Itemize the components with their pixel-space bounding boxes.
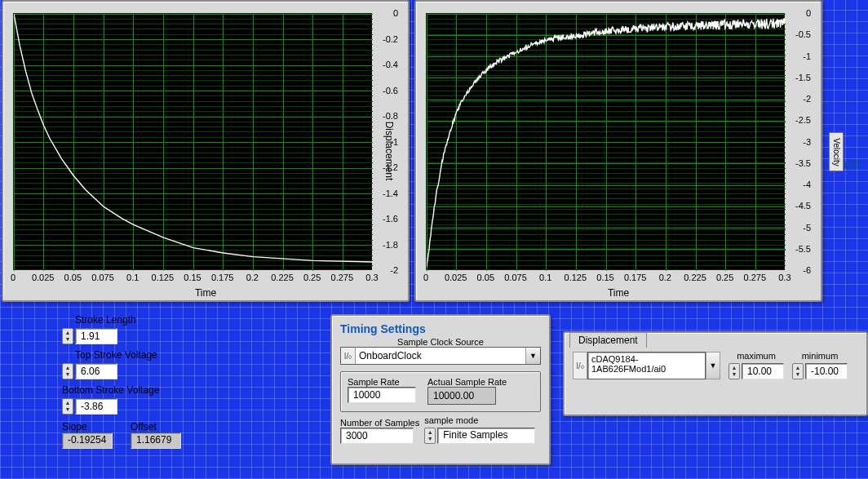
top-stroke-voltage-spinner[interactable]: ▲▼ — [62, 363, 73, 379]
actual-sample-rate-indicator: 10000.00 — [427, 387, 496, 405]
clipped-text: d D — [844, 159, 860, 171]
velocity-y-label: Velocity — [832, 138, 841, 166]
sample-clock-source-input[interactable] — [356, 348, 525, 363]
stroke-length-control: ▲▼ — [62, 328, 117, 344]
velocity-graph-panel: -6-5.5-5-4.5-4-3.5-3-2.5-2-1.5-1-0.50 00… — [414, 0, 822, 302]
displacement-plot[interactable] — [13, 13, 372, 270]
stroke-length-label: Stroke Length — [75, 314, 181, 326]
channel-settings-panel: Displacement I/₀ cDAQ9184-1AB626FMod1/ai… — [563, 331, 868, 416]
velocity-plot[interactable] — [426, 13, 785, 270]
top-stroke-voltage-label: Top Stroke Voltage — [75, 349, 181, 361]
displacement-x-label: Time — [3, 287, 408, 299]
chevron-down-icon[interactable]: ▼ — [706, 352, 720, 379]
sample-clock-source-combo[interactable]: I/₀ ▼ — [340, 347, 541, 365]
chevron-down-icon[interactable]: ▼ — [525, 348, 540, 364]
number-of-samples-label: Number of Samples — [340, 418, 419, 428]
velocity-legend-box: Velocity — [829, 132, 844, 171]
minimum-spinner[interactable]: ▲▼ — [792, 363, 804, 379]
bottom-stroke-voltage-label: Bottom Stroke Voltage — [62, 384, 181, 396]
top-stroke-voltage-input[interactable] — [75, 363, 117, 379]
offset-label: Offset — [131, 421, 181, 432]
sample-rate-input[interactable] — [348, 387, 416, 403]
minimum-input[interactable] — [805, 363, 848, 379]
timing-settings-title: Timing Settings — [340, 322, 541, 335]
velocity-x-label: Time — [416, 287, 821, 299]
sample-clock-source-label: Sample Clock Source — [340, 337, 541, 347]
sample-mode-control: ▲▼ Finite Samples — [424, 428, 535, 444]
maximum-label: maximum — [728, 351, 784, 361]
actual-sample-rate-label: Actual Sample Rate — [427, 377, 507, 387]
slope-label: Slope — [62, 421, 113, 432]
timing-settings-panel: Timing Settings Sample Clock Source I/₀ … — [330, 314, 551, 465]
minimum-label: minimum — [792, 351, 848, 361]
stroke-length-input[interactable] — [75, 328, 117, 344]
sample-rate-label: Sample Rate — [348, 377, 416, 387]
sample-mode-label: sample mode — [424, 415, 535, 425]
slope-indicator: -0.19254 — [62, 432, 113, 449]
top-stroke-voltage-control: ▲▼ — [62, 363, 117, 379]
io-channel-icon: I/₀ — [341, 348, 356, 364]
physical-channel-input[interactable]: cDAQ9184-1AB626FMod1/ai0 — [587, 352, 706, 379]
maximum-input[interactable] — [742, 363, 784, 379]
sample-mode-value[interactable]: Finite Samples — [437, 428, 535, 444]
bottom-stroke-voltage-spinner[interactable]: ▲▼ — [62, 398, 73, 415]
maximum-spinner[interactable]: ▲▼ — [728, 363, 740, 379]
controls-region: Stroke Length ▲▼ Top Stroke Voltage ▲▼ B… — [62, 314, 181, 449]
displacement-y-label: Displacement — [384, 122, 396, 181]
bottom-stroke-voltage-control: ▲▼ — [62, 398, 117, 415]
number-of-samples-input[interactable] — [340, 428, 414, 444]
channel-tab-displacement[interactable]: Displacement — [569, 332, 647, 348]
sample-mode-spinner[interactable]: ▲▼ — [424, 428, 436, 444]
displacement-graph-panel: -2-1.8-1.6-1.4-1.2-1-0.8-0.6-0.4-0.20 00… — [2, 0, 410, 302]
bottom-stroke-voltage-input[interactable] — [75, 398, 117, 415]
offset-indicator: 1.16679 — [131, 432, 181, 449]
io-channel-icon: I/₀ — [573, 352, 587, 379]
stroke-length-spinner[interactable]: ▲▼ — [62, 328, 73, 344]
velocity-y-ticks: -6-5.5-5-4.5-4-3.5-3-2.5-2-1.5-1-0.50 — [788, 13, 811, 270]
